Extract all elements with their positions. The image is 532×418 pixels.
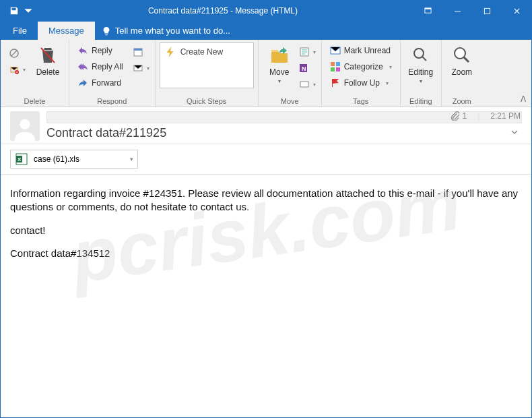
svg-point-19 [414, 49, 424, 58]
find-icon [412, 44, 430, 67]
save-icon[interactable] [6, 3, 22, 19]
forward-icon [77, 78, 88, 88]
ribbon-group-quicksteps: Create New Quick Steps [156, 40, 259, 107]
body-paragraph: Contract data#134512 [10, 247, 522, 260]
ribbon-group-delete: ▾ Delete Delete [1, 40, 69, 107]
ribbon: ▾ Delete Delete Reply Reply All Forward … [1, 40, 531, 107]
minimize-button[interactable] [442, 1, 472, 21]
lightbulb-icon [102, 26, 111, 36]
message-meta: 1 | 2:21 PM [450, 111, 521, 121]
actions-button[interactable]: ▾ [298, 76, 317, 92]
editing-button[interactable]: Editing ▾ [405, 41, 437, 84]
ribbon-group-respond: Reply Reply All Forward ▾ Respond [69, 40, 156, 107]
onenote-button[interactable]: N [298, 60, 317, 76]
move-folder-icon [269, 44, 290, 67]
tab-file[interactable]: File [2, 22, 38, 40]
excel-file-icon: X [15, 152, 28, 166]
categorize-icon [330, 61, 341, 72]
sender-avatar [10, 111, 40, 141]
collapse-ribbon-icon[interactable]: ᐱ [521, 94, 526, 104]
close-button[interactable] [502, 1, 531, 21]
window-title: Contract data#211925 - Message (HTML) [33, 6, 413, 16]
tell-me-label: Tell me what you want to do... [115, 26, 230, 36]
window-controls [413, 1, 531, 21]
move-button[interactable]: Move ▾ [263, 41, 296, 84]
zoom-button[interactable]: Zoom [446, 41, 478, 77]
group-label-quicksteps: Quick Steps [160, 96, 254, 107]
quick-steps-gallery[interactable]: Create New [160, 42, 254, 88]
meeting-button[interactable] [131, 44, 151, 60]
expand-header-icon[interactable] [510, 127, 519, 140]
svg-rect-17 [331, 67, 335, 71]
attachment-indicator: 1 [450, 111, 467, 121]
ribbon-group-zoom: Zoom Zoom [442, 40, 482, 107]
group-label-editing: Editing [405, 96, 437, 107]
rules-button[interactable]: ▾ [298, 44, 317, 60]
group-label-zoom: Zoom [446, 96, 478, 107]
group-label-tags: Tags [326, 96, 396, 107]
flag-icon [330, 78, 341, 88]
svg-point-20 [455, 48, 465, 59]
ribbon-display-options-icon[interactable] [413, 1, 442, 21]
reply-all-button[interactable]: Reply All [73, 59, 127, 75]
ribbon-tabs: File Message Tell me what you want to do… [1, 21, 531, 40]
ribbon-group-editing: Editing ▾ Editing [401, 40, 442, 107]
chevron-down-icon: ▾ [278, 78, 281, 84]
svg-point-21 [20, 119, 30, 129]
svg-rect-15 [331, 62, 335, 66]
body-paragraph: Information regarding invoice #124351. P… [10, 187, 522, 214]
lightning-icon [164, 46, 176, 58]
paperclip-icon [450, 111, 459, 121]
attachment-row: X case (61).xls ▾ [1, 144, 531, 175]
svg-rect-1 [424, 7, 430, 9]
group-label-respond: Respond [73, 96, 151, 107]
categorize-button[interactable]: Categorize▾ [326, 59, 396, 75]
mark-unread-button[interactable]: Mark Unread [326, 42, 396, 59]
reply-button[interactable]: Reply [73, 42, 127, 59]
svg-rect-3 [484, 8, 490, 13]
svg-rect-2 [454, 11, 460, 11]
delete-icon [38, 44, 57, 67]
maximize-button[interactable] [472, 1, 502, 21]
message-body: Information regarding invoice #124351. P… [1, 175, 531, 282]
junk-button[interactable]: ▾ [5, 61, 30, 78]
ribbon-group-tags: Mark Unread Categorize▾ Follow Up▾ Tags [322, 40, 401, 107]
zoom-icon [453, 44, 471, 67]
body-paragraph: contact! [10, 224, 522, 237]
tell-me-search[interactable]: Tell me what you want to do... [95, 22, 237, 40]
attachment-chip[interactable]: X case (61).xls ▾ [10, 150, 138, 169]
message-subject: Contract data#211925 [46, 126, 522, 140]
chevron-down-icon: ▾ [420, 78, 422, 84]
svg-rect-16 [336, 62, 340, 66]
quick-step-create-new[interactable]: Create New [160, 43, 227, 61]
tab-message[interactable]: Message [38, 22, 95, 40]
titlebar: Contract data#211925 - Message (HTML) [1, 1, 531, 21]
attachment-filename: case (61).xls [34, 154, 79, 164]
svg-rect-13 [300, 82, 308, 87]
attachment-dropdown-icon[interactable]: ▾ [130, 156, 133, 162]
ignore-button[interactable] [5, 45, 30, 61]
delete-button[interactable]: Delete [31, 41, 65, 77]
more-respond-button[interactable]: ▾ [131, 60, 151, 76]
message-header: Contract data#211925 1 | 2:21 PM [1, 107, 531, 144]
svg-rect-18 [336, 67, 340, 71]
svg-text:X: X [18, 156, 22, 162]
qat-dropdown-icon[interactable] [24, 3, 33, 19]
forward-button[interactable]: Forward [73, 75, 127, 91]
ribbon-group-move: Move ▾ ▾ N ▾ Move [259, 40, 322, 107]
reply-all-icon [77, 61, 88, 72]
message-time: 2:21 PM [490, 111, 521, 121]
quick-access-toolbar [1, 3, 33, 19]
reply-icon [77, 45, 88, 56]
follow-up-button[interactable]: Follow Up▾ [326, 75, 396, 91]
envelope-icon [330, 45, 341, 56]
group-label-delete: Delete [5, 96, 65, 107]
svg-text:N: N [302, 65, 306, 72]
group-label-move: Move [263, 96, 317, 107]
svg-rect-8 [134, 49, 142, 51]
